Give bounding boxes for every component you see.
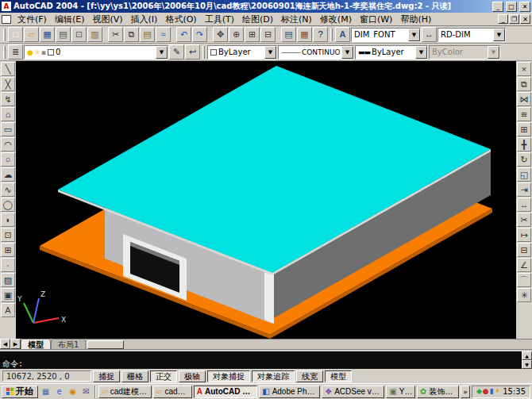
draw-tool-button[interactable]: ▨ [1, 273, 15, 287]
standard-toolbar-button[interactable]: ↶ [176, 27, 191, 42]
draw-tool-button[interactable]: ◠ [1, 137, 15, 152]
modify-tool-button[interactable]: ↦ [517, 228, 531, 242]
quick-launch-icon[interactable]: ◉ [67, 386, 79, 397]
standard-toolbar-button[interactable]: ⧉ [124, 27, 139, 42]
modify-tool-button[interactable]: ≋ [517, 107, 531, 121]
standard-toolbar-button[interactable]: ↷ [192, 27, 207, 42]
taskbar-chevron-icon[interactable]: » [461, 386, 470, 398]
taskbar-task-button[interactable]: ▣ YYY [386, 386, 415, 398]
start-button[interactable]: 开始 [2, 386, 38, 398]
tray-icon[interactable]: ✦ [495, 388, 501, 395]
modify-tool-button[interactable]: ✳ [517, 288, 531, 302]
draw-tool-button[interactable]: ∿ [1, 182, 15, 197]
modify-tool-button[interactable]: ⇥ [517, 182, 531, 197]
draw-tool-button[interactable]: ◯ [1, 198, 15, 212]
mdi-restore-button[interactable]: ❐ [509, 14, 519, 24]
modify-tool-button[interactable]: ◱ [517, 167, 531, 182]
modify-tool-button[interactable]: × [517, 62, 531, 76]
draw-tool-button[interactable]: ╳ [1, 77, 15, 91]
modify-tool-button[interactable]: ↻ [517, 152, 531, 167]
modify-tool-button[interactable]: ⊟ [517, 243, 531, 257]
dim-style-combo[interactable]: RD-DIM ▼ [438, 28, 506, 42]
status-toggle-button[interactable]: 极轴 [179, 370, 206, 382]
standard-toolbar-button[interactable]: ▦ [297, 27, 312, 42]
menu-item[interactable]: 修改(M) [316, 13, 356, 26]
mdi-minimize-button[interactable]: _ [498, 14, 508, 24]
taskbar-task-button[interactable]: ❖ ACDSee v3.1... [322, 386, 384, 398]
modify-tool-button[interactable]: ⧉ [517, 77, 531, 91]
tray-icon[interactable]: ▮ [490, 388, 494, 395]
draw-tool-button[interactable]: ⊡ [1, 228, 15, 242]
drawing-icon[interactable] [2, 15, 11, 24]
menu-item[interactable]: 工具(T) [201, 13, 238, 26]
standard-toolbar-button[interactable]: ▤ [56, 27, 71, 42]
standard-toolbar-button[interactable]: ▥ [87, 27, 102, 42]
dim-style-button[interactable]: ↔ [422, 27, 437, 42]
menu-item[interactable]: 视图(V) [88, 13, 126, 26]
draw-tool-button[interactable]: ╲ [1, 62, 15, 76]
standard-toolbar-button[interactable] [276, 27, 280, 42]
wall-corner-edge[interactable] [264, 269, 274, 324]
standard-toolbar-button[interactable]: ▦ [40, 27, 55, 42]
chevron-down-icon[interactable]: ▼ [415, 46, 427, 59]
linetype-combo[interactable]: ——— CONTINUOUS ▼ [278, 45, 354, 59]
standard-toolbar-button[interactable]: □ [8, 27, 23, 42]
menu-item[interactable]: 编辑(E) [51, 13, 89, 26]
standard-toolbar-button[interactable] [208, 27, 212, 42]
standard-toolbar-button[interactable]: ✂ [108, 27, 123, 42]
status-toggle-button[interactable]: 正交 [150, 370, 177, 382]
quick-launch-icon[interactable]: ✉ [80, 386, 92, 397]
status-toggle-button[interactable]: 栅格 [121, 370, 148, 382]
menu-item[interactable]: 格式(O) [161, 13, 200, 26]
standard-toolbar-button[interactable]: ▤ [281, 27, 296, 42]
toolbar-grip[interactable] [330, 29, 333, 41]
standard-toolbar-button[interactable]: ⊕ [229, 27, 244, 42]
tray-icon[interactable]: ◆ [476, 388, 482, 395]
title-bar[interactable]: A AutoCAD 2004 - [f:\yy\ys1\2006年\2006年1… [0, 0, 532, 13]
menu-item[interactable]: 窗口(W) [356, 13, 396, 26]
modify-tool-button[interactable]: ╋ [517, 137, 531, 152]
tab-scroll-left-icon[interactable]: ◀ [0, 339, 10, 349]
coordinate-readout[interactable]: 10672, 2520 , 0 [2, 370, 91, 382]
standard-toolbar-button[interactable]: ⊟ [260, 27, 276, 42]
menu-item[interactable]: 帮助(H) [396, 13, 435, 26]
tray-icon[interactable]: ● [483, 388, 489, 395]
taskbar-task-button[interactable]: ✿ 装饰软件 [417, 386, 459, 398]
quick-launch-icon[interactable]: ▦ [40, 386, 52, 397]
standard-toolbar-button[interactable]: ▱ [24, 27, 39, 42]
modify-tool-button[interactable]: ⊞ [517, 122, 531, 136]
taskbar-task-button[interactable]: ◧ Adobe Photo... [259, 386, 320, 398]
command-scrollbar[interactable]: ▲ ▼ [522, 351, 532, 369]
lineweight-combo[interactable]: ▬▬ ByLayer ▼ [355, 45, 428, 59]
toolbar-grip[interactable] [202, 46, 205, 59]
layers-toolbar-button[interactable]: ↩ [185, 44, 200, 59]
tab-scroll-right-icon[interactable]: ▶ [10, 339, 21, 349]
layers-toolbar-button[interactable]: ≣ [8, 44, 23, 59]
color-combo[interactable]: ByLayer ▼ [207, 45, 277, 59]
status-toggle-button[interactable]: 捕捉 [93, 370, 120, 382]
modify-tool-button[interactable]: ✂ [517, 213, 531, 227]
layer-combo[interactable]: ●☼▪ 0 ▼ [24, 45, 168, 59]
menu-item[interactable]: 插入(I) [127, 13, 162, 26]
chevron-down-icon[interactable]: ▼ [264, 46, 276, 59]
chevron-down-icon[interactable]: ▼ [156, 46, 168, 59]
command-prompt[interactable]: 命令: [2, 359, 519, 368]
modify-tool-button[interactable]: ∠ [517, 258, 531, 272]
status-toggle-button[interactable]: 对象追踪 [252, 370, 295, 382]
maximize-button[interactable]: □ [506, 2, 517, 12]
draw-tool-button[interactable]: ↯ [1, 92, 15, 106]
standard-toolbar-button[interactable]: ▤ [140, 27, 155, 42]
text-style-combo[interactable]: DIM_FONT ▼ [351, 28, 421, 42]
status-toggle-button[interactable]: 线宽 [296, 370, 323, 382]
mdi-close-button[interactable]: ✕ [520, 14, 530, 24]
standard-toolbar-button[interactable]: ✥ [213, 27, 228, 42]
draw-tool-button[interactable]: ◗ [1, 213, 15, 227]
standard-toolbar-button[interactable] [172, 27, 175, 42]
command-window[interactable]: 命令: ▲ ▼ [0, 350, 532, 369]
taskbar-task-button[interactable]: ▱ cad教程 [153, 386, 192, 398]
menu-item[interactable]: 文件(F) [13, 13, 51, 26]
standard-toolbar-button[interactable]: ⊡ [71, 27, 87, 42]
chevron-down-icon[interactable]: ▼ [493, 29, 505, 41]
menu-item[interactable]: 标注(N) [277, 13, 316, 26]
standard-toolbar-button[interactable] [103, 27, 107, 42]
